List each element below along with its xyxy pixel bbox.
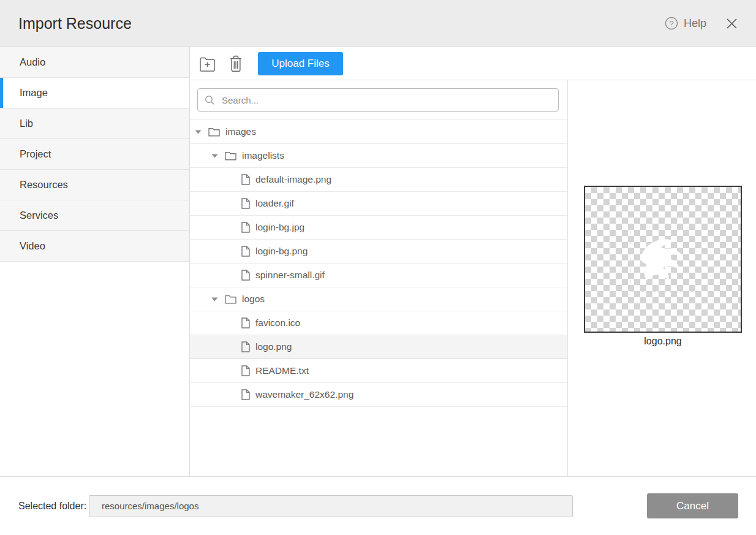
toolbar: Upload Files	[190, 47, 756, 80]
preview-panel: logo.png	[567, 80, 756, 476]
tree-row-loader-gif[interactable]: loader.gif	[190, 192, 567, 216]
tree-node-label: spinner-small.gif	[255, 270, 325, 281]
tree-node-label: login-bg.jpg	[255, 222, 304, 233]
tree-row-login-bg-jpg[interactable]: login-bg.jpg	[190, 216, 567, 240]
resource-type-sidebar: Audio Image Lib Project Resources Servic…	[0, 47, 190, 476]
import-resource-dialog: Import Resource ? Help	[0, 0, 756, 535]
tree-row-readme-txt[interactable]: README.txt	[190, 359, 567, 383]
file-icon	[241, 365, 250, 376]
selected-folder-label: Selected folder:	[18, 501, 89, 512]
tree-node-label: logos	[242, 294, 265, 305]
sidebar-item-label: Audio	[20, 56, 45, 68]
upload-files-button[interactable]: Upload Files	[258, 52, 343, 75]
tree-row-images[interactable]: images	[190, 120, 567, 144]
help-icon: ?	[665, 17, 678, 30]
tree-node-label: favicon.ico	[255, 317, 300, 328]
tree-node-label: README.txt	[255, 365, 309, 376]
cancel-button[interactable]: Cancel	[647, 493, 738, 518]
tree-node-label: default-image.png	[255, 174, 331, 185]
new-folder-button[interactable]	[197, 53, 217, 74]
file-icon	[241, 198, 250, 209]
sidebar-item-label: Services	[20, 210, 58, 221]
sidebar-item-label: Resources	[20, 179, 68, 191]
tree-node-label: images	[225, 126, 256, 137]
dialog-footer: Selected folder: Cancel	[0, 476, 756, 535]
folder-icon	[225, 151, 236, 161]
tree-row-default-image-png[interactable]: default-image.png	[190, 168, 567, 192]
wavemaker-logo-image	[635, 233, 691, 286]
file-tree-panel: images imagelists default-image.png	[190, 80, 567, 476]
tree-node-label: wavemaker_62x62.png	[255, 389, 353, 400]
svg-text:?: ?	[669, 19, 673, 28]
tree-row-wavemaker-62x62-png[interactable]: wavemaker_62x62.png	[190, 383, 567, 407]
folder-icon	[225, 295, 236, 304]
file-icon	[241, 317, 250, 328]
search-row	[190, 80, 567, 120]
file-icon	[241, 174, 250, 185]
sidebar-item-resources[interactable]: Resources	[0, 170, 189, 200]
image-preview	[584, 186, 742, 333]
search-input[interactable]	[221, 94, 552, 106]
folder-icon	[208, 127, 220, 137]
file-icon	[241, 341, 250, 352]
tree-node-label: login-bg.png	[255, 246, 308, 257]
sidebar-item-label: Video	[20, 240, 45, 252]
sidebar-item-audio[interactable]: Audio	[0, 47, 189, 78]
dialog-header: Import Resource ? Help	[0, 0, 756, 47]
file-icon	[241, 270, 250, 281]
search-icon	[205, 95, 215, 105]
sidebar-item-image[interactable]: Image	[0, 78, 189, 108]
preview-wrap: logo.png	[584, 186, 742, 347]
close-icon	[726, 18, 738, 29]
file-icon	[241, 389, 250, 400]
sidebar-item-label: Lib	[20, 118, 33, 129]
preview-filename: logo.png	[584, 336, 742, 347]
sidebar-item-lib[interactable]: Lib	[0, 108, 189, 139]
close-button[interactable]	[725, 17, 739, 31]
header-actions: ? Help	[665, 17, 739, 31]
search-box	[197, 88, 559, 112]
tree-row-favicon-ico[interactable]: favicon.ico	[190, 311, 567, 335]
help-button[interactable]: ? Help	[665, 17, 706, 30]
file-tree: images imagelists default-image.png	[190, 120, 567, 476]
help-label: Help	[684, 17, 706, 30]
tree-node-label: imagelists	[242, 150, 284, 161]
page-title: Import Resource	[18, 15, 132, 32]
sidebar-item-video[interactable]: Video	[0, 231, 189, 262]
chevron-down-icon[interactable]	[211, 154, 218, 158]
file-icon	[241, 246, 250, 257]
sidebar-item-label: Image	[20, 87, 48, 99]
tree-row-spinner-small-gif[interactable]: spinner-small.gif	[190, 264, 567, 287]
file-icon	[241, 222, 250, 233]
folder-plus-icon	[198, 55, 216, 73]
tree-row-login-bg-png[interactable]: login-bg.png	[190, 240, 567, 264]
tree-row-logo-png[interactable]: logo.png	[190, 335, 567, 359]
selected-folder-input[interactable]	[89, 495, 573, 517]
dialog-body: Audio Image Lib Project Resources Servic…	[0, 47, 756, 476]
tree-row-logos[interactable]: logos	[190, 287, 567, 311]
delete-button[interactable]	[227, 53, 244, 75]
main-panel: Upload Files	[190, 47, 756, 476]
chevron-down-icon[interactable]	[211, 297, 218, 302]
trash-icon	[229, 54, 243, 74]
tree-row-imagelists[interactable]: imagelists	[190, 144, 567, 168]
chevron-down-icon[interactable]	[195, 130, 202, 134]
tree-node-label: loader.gif	[255, 198, 294, 209]
tree-node-label: logo.png	[255, 341, 292, 352]
sidebar-item-project[interactable]: Project	[0, 139, 189, 170]
content-area: images imagelists default-image.png	[190, 80, 756, 476]
sidebar-item-label: Project	[20, 148, 51, 160]
sidebar-item-services[interactable]: Services	[0, 200, 189, 231]
